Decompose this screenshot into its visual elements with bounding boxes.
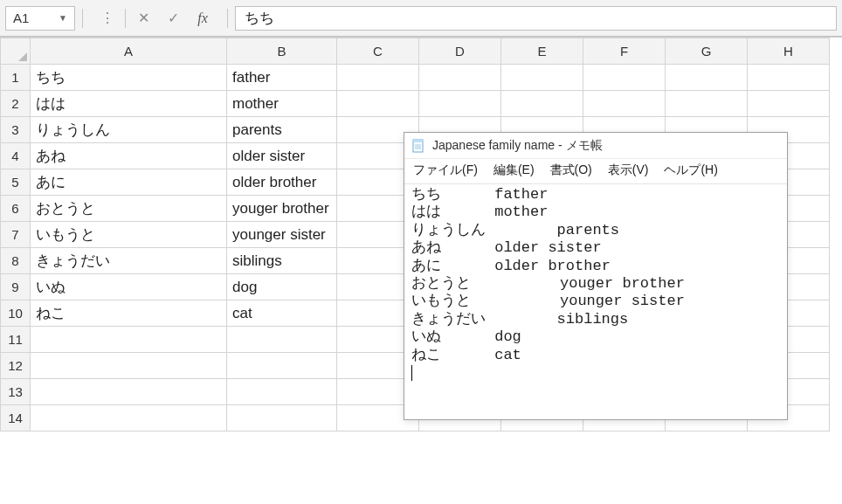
row-header[interactable]: 12 <box>1 353 31 379</box>
menu-view[interactable]: 表示(V) <box>608 162 649 178</box>
formula-value: ちち <box>245 8 274 28</box>
cell[interactable] <box>748 65 830 91</box>
cell[interactable]: older sister <box>227 143 337 169</box>
cell[interactable] <box>583 65 666 91</box>
cell[interactable] <box>227 379 337 405</box>
menu-file[interactable]: ファイル(F) <box>413 162 478 178</box>
cell[interactable]: younger sister <box>227 222 337 248</box>
row-header[interactable]: 6 <box>1 196 31 222</box>
fx-icon[interactable]: fx <box>190 6 215 31</box>
cell[interactable]: parents <box>227 117 337 143</box>
column-header[interactable]: A <box>31 38 227 65</box>
cell[interactable]: きょうだい <box>31 248 227 274</box>
column-header[interactable]: F <box>583 38 666 65</box>
cell[interactable] <box>227 327 337 353</box>
cell[interactable] <box>419 91 501 117</box>
divider <box>82 9 83 28</box>
cell[interactable]: father <box>227 65 337 91</box>
cell[interactable] <box>748 91 830 117</box>
row-header[interactable]: 5 <box>1 169 31 196</box>
menu-format[interactable]: 書式(O) <box>550 162 592 178</box>
cell[interactable] <box>666 91 748 117</box>
cell[interactable] <box>419 65 501 91</box>
cell[interactable] <box>31 327 227 353</box>
cell[interactable]: cat <box>227 300 337 327</box>
notepad-icon <box>411 139 425 153</box>
column-header[interactable]: E <box>501 38 583 65</box>
chevron-down-icon[interactable]: ▼ <box>59 13 67 23</box>
row-header[interactable]: 7 <box>1 222 31 248</box>
cell[interactable] <box>31 405 227 432</box>
notepad-textarea[interactable]: ちち father はは mother りょうしん parents あね old… <box>404 184 787 419</box>
notepad-window[interactable]: Japanese family name - メモ帳 ファイル(F) 編集(E)… <box>404 132 788 420</box>
cell[interactable] <box>583 91 666 117</box>
svg-rect-1 <box>413 140 423 142</box>
cell[interactable]: あね <box>31 143 227 169</box>
row-header[interactable]: 4 <box>1 143 31 169</box>
confirm-icon[interactable]: ✓ <box>161 6 185 31</box>
row-header[interactable]: 1 <box>1 65 31 91</box>
cell[interactable]: siblings <box>227 248 337 274</box>
cell[interactable] <box>666 65 748 91</box>
column-header[interactable]: C <box>337 38 419 65</box>
column-header[interactable]: G <box>666 38 748 65</box>
cell[interactable]: いぬ <box>31 274 227 300</box>
row-header[interactable]: 14 <box>1 405 31 432</box>
cell[interactable]: ねこ <box>31 300 227 327</box>
dots-icon[interactable]: ⋮ <box>95 6 120 31</box>
name-box-value: A1 <box>13 10 29 25</box>
divider <box>125 9 126 28</box>
menu-edit[interactable]: 編集(E) <box>493 162 535 178</box>
cell[interactable] <box>337 65 419 91</box>
formula-input[interactable]: ちち <box>235 6 837 31</box>
name-box[interactable]: A1 ▼ <box>5 6 75 31</box>
cell[interactable] <box>501 65 583 91</box>
cell[interactable]: mother <box>227 91 337 117</box>
cell[interactable] <box>31 353 227 379</box>
column-header[interactable]: H <box>748 38 830 65</box>
row-header[interactable]: 3 <box>1 117 31 143</box>
divider <box>227 9 228 28</box>
row-header[interactable]: 9 <box>1 274 31 300</box>
column-header[interactable]: D <box>419 38 501 65</box>
notepad-menubar: ファイル(F) 編集(E) 書式(O) 表示(V) ヘルプ(H) <box>404 159 787 184</box>
formula-buttons: ⋮ ✕ ✓ fx <box>90 6 220 31</box>
cell[interactable]: りょうしん <box>31 117 227 143</box>
cell[interactable]: はは <box>31 91 227 117</box>
grid-area: A B C D E F G H 1ちちfather2ははmother3りょうしん… <box>0 37 842 504</box>
cell[interactable]: ちち <box>31 65 227 91</box>
cell[interactable] <box>227 353 337 379</box>
cell[interactable] <box>31 379 227 405</box>
notepad-title: Japanese family name - メモ帳 <box>432 138 603 154</box>
cell[interactable]: いもうと <box>31 222 227 248</box>
row-header[interactable]: 11 <box>1 327 31 353</box>
text-caret <box>411 365 412 381</box>
menu-help[interactable]: ヘルプ(H) <box>664 162 717 178</box>
cell[interactable]: older brother <box>227 169 337 196</box>
cancel-icon[interactable]: ✕ <box>131 6 155 31</box>
row-header[interactable]: 2 <box>1 91 31 117</box>
cell[interactable] <box>337 91 419 117</box>
cell[interactable] <box>501 91 583 117</box>
notepad-titlebar[interactable]: Japanese family name - メモ帳 <box>404 133 787 159</box>
cell[interactable]: youger brother <box>227 196 337 222</box>
cell[interactable] <box>227 405 337 432</box>
row-header[interactable]: 13 <box>1 379 31 405</box>
select-all-corner[interactable] <box>1 38 31 65</box>
column-header[interactable]: B <box>227 38 337 65</box>
row-header[interactable]: 10 <box>1 300 31 327</box>
cell[interactable]: dog <box>227 274 337 300</box>
cell[interactable]: おとうと <box>31 196 227 222</box>
cell[interactable]: あに <box>31 169 227 196</box>
row-header[interactable]: 8 <box>1 248 31 274</box>
formula-bar: A1 ▼ ⋮ ✕ ✓ fx ちち <box>0 0 842 37</box>
